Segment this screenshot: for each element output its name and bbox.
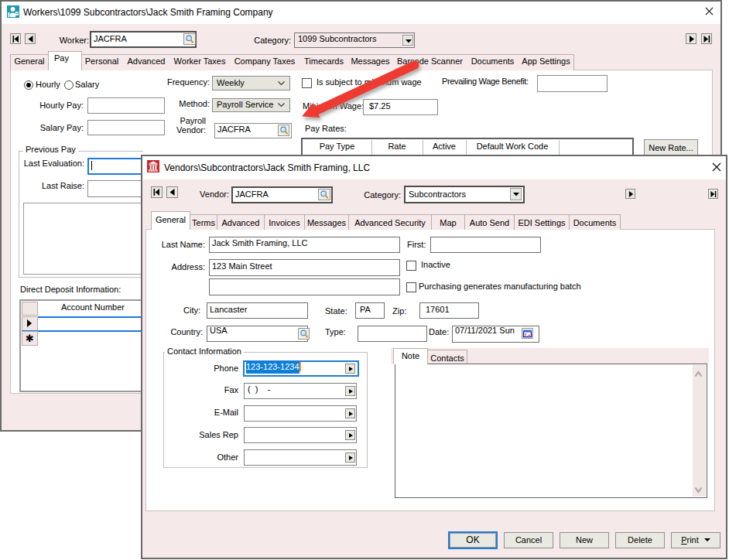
svg-text:EBMS: EBMS <box>149 169 158 172</box>
